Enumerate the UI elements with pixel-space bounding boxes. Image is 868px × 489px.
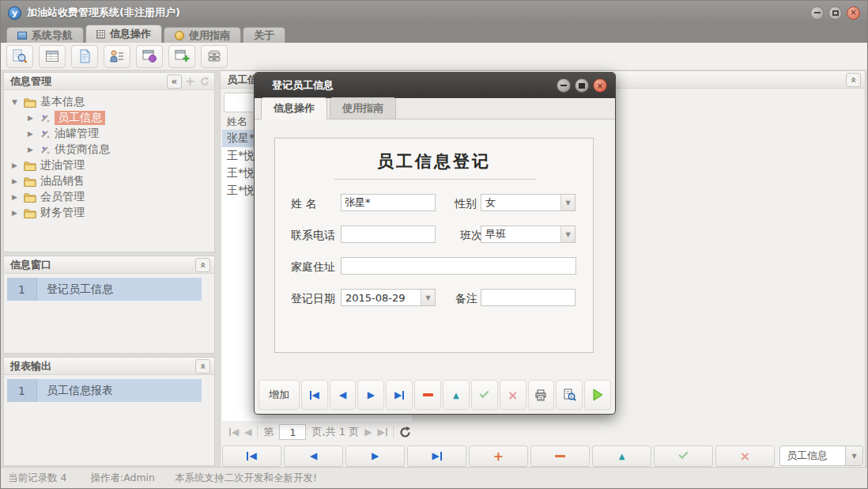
tree-item-member-management[interactable]: ▶ 会员管理 (4, 189, 214, 205)
collapse-sidebar-button[interactable]: « (167, 74, 182, 89)
edit-record-button[interactable]: ▲ (443, 380, 470, 410)
add-record-button[interactable]: 增加 (259, 380, 300, 410)
tab-user-guide[interactable]: 使用指南 (164, 27, 241, 43)
info-window-item[interactable]: 1 登记员工信息 (7, 278, 202, 301)
dropdown-arrow-button[interactable]: ▼ (845, 446, 862, 465)
tree-item-basic-info[interactable]: ▼ 基本信息 (4, 94, 214, 110)
record-last-button[interactable]: ▶ (407, 445, 466, 467)
grid-refresh-button[interactable] (399, 426, 411, 438)
page-word-prefix: 第 (263, 425, 274, 439)
last-record-icon: ▶ (394, 389, 402, 400)
close-button[interactable]: × (847, 6, 860, 20)
refresh-icon[interactable] (198, 77, 210, 86)
name-field[interactable] (341, 194, 436, 211)
document-button[interactable] (71, 45, 98, 68)
dialog-close-button[interactable]: × (593, 78, 607, 93)
status-message: 本系统支持二次开发和全新开发! (175, 472, 317, 485)
dialog-tab-info-operation[interactable]: 信息操作 (261, 97, 327, 119)
page-next-button[interactable]: ▶ (364, 426, 372, 438)
edit-triangle-icon: ▲ (453, 391, 459, 400)
prev-record-button[interactable]: ◀ (330, 380, 357, 410)
tab-label: 使用指南 (189, 28, 230, 43)
preview-search-button[interactable] (6, 45, 33, 68)
record-type-dropdown[interactable]: 员工信息 ▼ (779, 445, 863, 466)
next-record-button[interactable]: ▶ (357, 380, 384, 410)
chevron-down-icon[interactable]: ▼ (560, 226, 575, 242)
expand-arrow-icon[interactable]: ▶ (12, 161, 20, 169)
tree-item-finance-management[interactable]: ▶ 财务管理 (4, 205, 214, 221)
gender-select[interactable]: 女 ▼ (481, 194, 576, 211)
expand-arrow-icon[interactable]: ▶ (12, 209, 20, 217)
print-preview-button[interactable] (556, 380, 583, 410)
date-select[interactable]: 2015-08-29 ▼ (341, 289, 436, 306)
post-record-button[interactable] (471, 380, 498, 410)
print-button[interactable] (528, 380, 555, 410)
phone-field[interactable] (341, 226, 436, 243)
archive-drawer-button[interactable] (201, 45, 228, 68)
report-output-item[interactable]: 1 员工信息报表 (7, 379, 202, 402)
grid-column-header[interactable]: 姓名 (227, 115, 247, 129)
tree-item-employee-info[interactable]: ▶ 员工信息 (4, 110, 214, 126)
expand-arrow-icon[interactable]: ▶ (12, 193, 20, 201)
record-cancel-button[interactable]: × (715, 445, 775, 467)
close-icon: × (597, 82, 603, 90)
delete-record-button[interactable] (414, 380, 441, 410)
record-post-button[interactable] (654, 445, 713, 467)
page-last-button[interactable]: ▶ (377, 426, 387, 438)
page-first-button[interactable]: ◀ (229, 426, 239, 438)
plus-icon: + (493, 449, 504, 464)
expand-arrow-icon[interactable]: ▶ (12, 177, 20, 185)
expand-arrow-icon[interactable]: ▶ (28, 130, 36, 138)
panel-title: 信息管理 (10, 74, 51, 89)
record-next-button[interactable]: ▶ (345, 445, 405, 467)
collapse-panel-button[interactable]: « (846, 73, 861, 87)
page-prev-button[interactable]: ◀ (244, 426, 251, 438)
tree-item-label: 油罐管理 (55, 127, 99, 141)
tab-about[interactable]: 关于 (243, 27, 285, 43)
collapse-panel-button[interactable]: « (195, 359, 210, 373)
note-field[interactable] (481, 289, 576, 306)
last-record-button[interactable]: ▶ (386, 380, 413, 410)
shift-select[interactable]: 早班 ▼ (481, 226, 576, 243)
chevron-down-icon[interactable]: ▼ (560, 195, 575, 210)
record-prev-button[interactable]: ◀ (284, 445, 343, 467)
statusbar: 当前记录数 4 操作者:Admin 本系统支持二次开发和全新开发! (1, 467, 867, 488)
info-management-panel: 信息管理 « + ▼ 基本信息 ▶ 员工信息 ▶ (3, 72, 215, 252)
tree-item-oil-purchase[interactable]: ▶ 进油管理 (4, 157, 214, 173)
expand-arrow-icon[interactable]: ▶ (28, 146, 36, 154)
tab-info-operation[interactable]: 信息操作 (85, 25, 162, 43)
tools-icon (40, 128, 51, 139)
dialog-minimize-button[interactable] (557, 78, 571, 93)
record-add-button[interactable]: + (469, 445, 528, 467)
address-field[interactable] (341, 257, 576, 275)
expand-arrow-icon[interactable]: ▼ (12, 98, 20, 106)
maximize-button[interactable] (828, 6, 842, 20)
tree-item-oil-sales[interactable]: ▶ 油品销售 (4, 173, 214, 189)
add-icon[interactable]: + (184, 74, 196, 89)
dialog-maximize-button[interactable] (575, 78, 589, 93)
first-record-button[interactable]: ◀ (301, 380, 328, 410)
record-first-button[interactable]: ◀ (222, 445, 281, 467)
record-delete-button[interactable] (530, 445, 590, 467)
expand-arrow-icon[interactable]: ▶ (28, 114, 36, 122)
minimize-button[interactable] (810, 6, 824, 20)
tree-item-label: 油品销售 (40, 174, 85, 188)
chevron-down-icon[interactable]: ▼ (421, 290, 435, 305)
data-table-button[interactable] (39, 45, 66, 68)
staff-report-button[interactable] (104, 45, 130, 68)
window-globe-button[interactable] (136, 45, 163, 68)
tree-item-supplier-info[interactable]: ▶ 供货商信息 (4, 142, 214, 157)
record-edit-button[interactable]: ▲ (592, 445, 651, 467)
collapse-panel-button[interactable]: « (195, 258, 210, 272)
page-number-input[interactable] (279, 424, 306, 440)
run-button[interactable] (584, 380, 611, 410)
window-add-button[interactable] (168, 45, 195, 68)
dialog-tab-user-guide[interactable]: 使用指南 (330, 97, 396, 119)
dialog-titlebar[interactable]: 登记员工信息 × (255, 73, 615, 98)
tab-system-nav[interactable]: 系统导航 (6, 27, 84, 43)
tree-item-tank-management[interactable]: ▶ 油罐管理 (4, 126, 214, 142)
cancel-record-button[interactable]: × (500, 380, 526, 410)
gender-label: 性别 (455, 197, 477, 211)
tab-label: 系统导航 (32, 28, 73, 43)
item-label: 登记员工信息 (37, 278, 202, 301)
